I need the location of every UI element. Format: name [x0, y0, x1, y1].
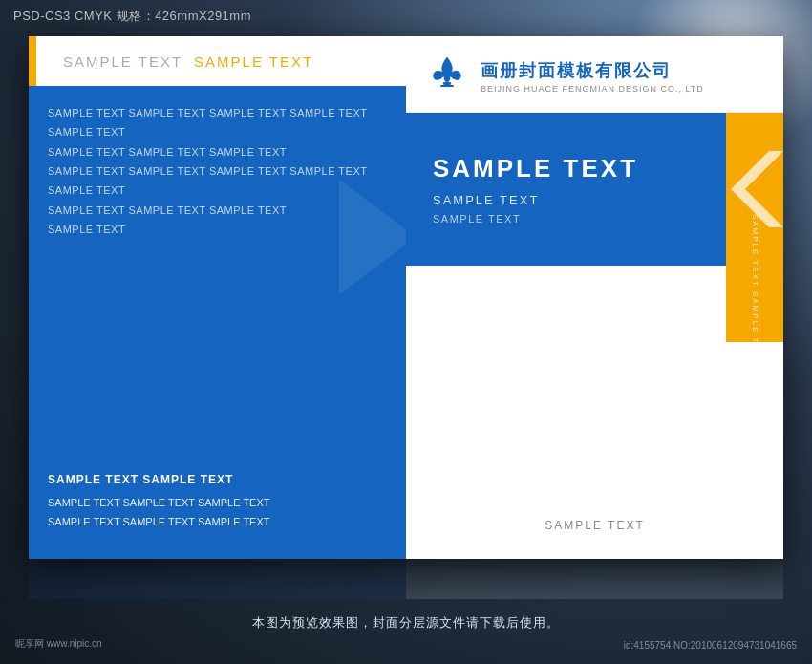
front-cover-subtitle2: SAMPLE TEXT — [433, 213, 726, 225]
gold-bar-decoration — [29, 36, 36, 86]
company-info: 画册封面模板有限公司 BEIJING HUACE FENGMIAN DESIGN… — [481, 59, 704, 94]
back-cover-header-text: SAMPLE TEXT SAMPLE TEXT — [46, 54, 313, 70]
body-line-4: SAMPLE TEXT SAMPLE TEXT SAMPLE TEXT — [48, 201, 406, 220]
back-cover-bottom-line1: SAMPLE TEXT SAMPLE TEXT SAMPLE TEXT — [48, 494, 270, 513]
body-line-5: SAMPLE TEXT — [48, 220, 406, 239]
side-rotated-text: SAMPLE TEXT SAMPLE TEXT SAMPLE TEXT — [751, 214, 759, 342]
caption-text: 本图为预览效果图，封面分层源文件请下载后使用。 — [252, 615, 560, 630]
front-cover-blue-section: SAMPLE TEXT SAMPLE TEXT SAMPLE TEXT — [406, 113, 726, 266]
company-name-english: BEIJING HUACE FENGMIAN DESIGN CO., LTD — [481, 84, 704, 94]
image-id: id:4155754 NO:20100612094731041665 — [624, 640, 797, 651]
back-cover-header-gold: SAMPLE TEXT — [194, 54, 313, 70]
body-line-3: SAMPLE TEXT SAMPLE TEXT SAMPLE TEXT SAMP… — [48, 161, 406, 201]
bottom-caption: 本图为预览效果图，封面分层源文件请下载后使用。 — [0, 614, 812, 632]
spec-label: PSD-CS3 CMYK 规格：426mmX291mm — [13, 9, 251, 23]
svg-rect-2 — [440, 84, 454, 86]
front-cover-header: 画册封面模板有限公司 BEIJING HUACE FENGMIAN DESIGN… — [406, 36, 783, 113]
back-cover-bottom-title: SAMPLE TEXT SAMPLE TEXT — [48, 470, 270, 491]
site-watermark: 昵享网 www.nipic.cn — [15, 633, 102, 651]
id-text: id:4155754 NO:20100612094731041665 — [624, 640, 797, 651]
back-cover: SAMPLE TEXT SAMPLE TEXT SAMPLE TEXT SAMP… — [29, 36, 406, 559]
reflection-panels — [29, 551, 783, 599]
reflection-left — [29, 551, 406, 599]
body-line-2: SAMPLE TEXT SAMPLE TEXT SAMPLE TEXT — [48, 142, 406, 161]
back-cover-header-gray: SAMPLE TEXT — [63, 54, 182, 70]
reflection-area — [29, 551, 783, 599]
yellow-side-strip: SAMPLE TEXT SAMPLE TEXT SAMPLE TEXT — [726, 113, 783, 342]
front-cover-bottom-text: SAMPLE TEXT — [406, 519, 783, 532]
svg-point-0 — [444, 71, 451, 81]
site-label: 昵享网 www.nipic.cn — [15, 638, 102, 649]
reflection-right — [406, 551, 783, 599]
company-name-chinese: 画册封面模板有限公司 — [481, 59, 704, 82]
brochure-container: SAMPLE TEXT SAMPLE TEXT SAMPLE TEXT SAMP… — [29, 36, 783, 559]
top-bar: PSD-CS3 CMYK 规格：426mmX291mm — [13, 8, 251, 25]
front-cover: 画册封面模板有限公司 BEIJING HUACE FENGMIAN DESIGN… — [406, 36, 783, 559]
back-cover-top-stripe: SAMPLE TEXT SAMPLE TEXT — [29, 36, 406, 86]
front-cover-main-title: SAMPLE TEXT — [433, 154, 726, 183]
svg-rect-1 — [443, 82, 451, 85]
fleur-de-lis-icon — [427, 54, 467, 94]
back-cover-bottom: SAMPLE TEXT SAMPLE TEXT SAMPLE TEXT SAMP… — [48, 470, 270, 532]
front-cover-subtitle1: SAMPLE TEXT — [433, 193, 726, 207]
body-line-1: SAMPLE TEXT SAMPLE TEXT SAMPLE TEXT SAMP… — [48, 103, 406, 142]
back-cover-bottom-line2: SAMPLE TEXT SAMPLE TEXT SAMPLE TEXT — [48, 513, 270, 532]
back-cover-body: SAMPLE TEXT SAMPLE TEXT SAMPLE TEXT SAMP… — [48, 103, 406, 239]
company-logo — [427, 54, 467, 99]
